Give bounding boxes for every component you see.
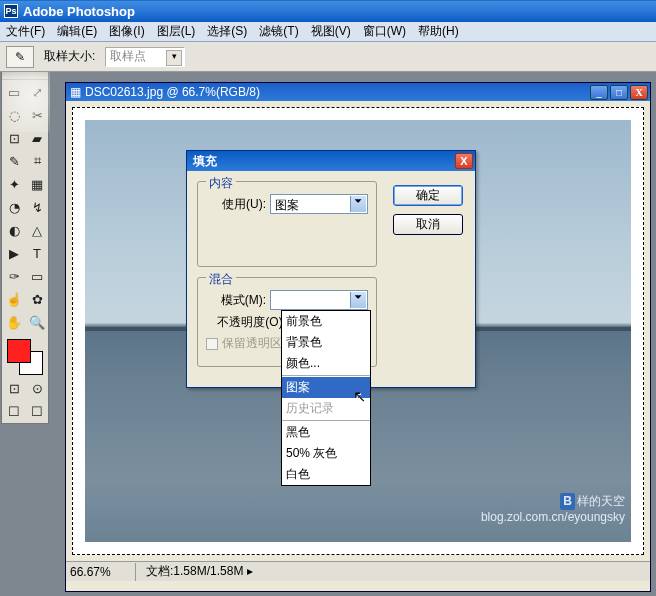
tool-shape[interactable]: ▭ [26, 265, 48, 287]
menu-file[interactable]: 文件(F) [0, 21, 51, 42]
watermark: B样的天空 blog.zol.com.cn/eyoungsky [481, 493, 625, 524]
doc-close-button[interactable]: X [630, 85, 648, 100]
options-bar: ✎ 取样大小: 取样点 [0, 42, 656, 72]
menu-filter[interactable]: 滤镜(T) [253, 21, 304, 42]
separator [282, 420, 370, 421]
foreground-color-swatch[interactable] [7, 339, 31, 363]
tool-gradient[interactable]: ↯ [26, 196, 48, 218]
content-legend: 内容 [206, 175, 236, 192]
tool-slice[interactable]: ▰ [26, 127, 48, 149]
eyedropper-icon[interactable]: ✎ [6, 46, 34, 68]
tool-heal[interactable]: ✎ [3, 150, 25, 172]
tool-marquee[interactable]: ▭ [3, 81, 25, 103]
preserve-checkbox[interactable] [206, 338, 218, 350]
mode-dropdown[interactable] [270, 290, 368, 310]
tool-hand[interactable]: ✋ [3, 311, 25, 333]
tool-lasso[interactable]: ◌ [3, 104, 25, 126]
opacity-label: 不透明度(O): [206, 314, 286, 331]
menu-layer[interactable]: 图层(L) [151, 21, 202, 42]
dialog-close-button[interactable]: X [455, 153, 473, 169]
ok-button[interactable]: 确定 [393, 185, 463, 206]
doc-stat-flyout-icon[interactable]: ▸ [247, 564, 253, 578]
tool-eyedropper[interactable]: ✿ [26, 288, 48, 310]
app-title: Adobe Photoshop [23, 4, 135, 19]
use-label: 使用(U): [206, 196, 266, 213]
menu-select[interactable]: 选择(S) [201, 21, 253, 42]
document-statusbar: 66.67% 文档:1.58M/1.58M ▸ [66, 561, 650, 581]
doc-maximize-button[interactable]: □ [610, 85, 628, 100]
sample-size-select[interactable]: 取样点 [105, 47, 185, 67]
menu-help[interactable]: 帮助(H) [412, 21, 465, 42]
app-icon: Ps [4, 4, 18, 18]
toolbox-header [2, 72, 48, 80]
opt-white[interactable]: 白色 [282, 464, 370, 485]
opt-history[interactable]: 历史记录 [282, 398, 370, 419]
tool-path[interactable]: ▶ [3, 242, 25, 264]
document-title: DSC02613.jpg @ 66.7%(RGB/8) [85, 85, 260, 99]
toolbox: ▭ ⤢ ◌ ✂ ⊡ ▰ ✎ ⌗ ✦ ▦ ◔ ↯ ◐ △ ▶ T ✑ ▭ ☝ ✿ … [1, 72, 49, 424]
tool-quickmask[interactable]: ⊡ [3, 377, 25, 399]
use-dropdown[interactable]: 图案 [270, 194, 368, 214]
opt-background[interactable]: 背景色 [282, 332, 370, 353]
tool-full-window[interactable]: ☐ [26, 400, 48, 422]
mode-label: 模式(M): [206, 292, 266, 309]
opt-pattern[interactable]: 图案 [282, 377, 370, 398]
use-dropdown-list: 前景色 背景色 颜色... 图案 历史记录 黑色 50% 灰色 白色 [281, 310, 371, 486]
tool-move[interactable]: ⤢ [26, 81, 48, 103]
color-swatches [2, 336, 48, 376]
tool-history-brush[interactable]: ▦ [26, 173, 48, 195]
menu-view[interactable]: 视图(V) [305, 21, 357, 42]
document-icon: ▦ [70, 85, 81, 99]
tool-stamp[interactable]: ✦ [3, 173, 25, 195]
separator [282, 375, 370, 376]
menu-edit[interactable]: 编辑(E) [51, 21, 103, 42]
doc-stat-label: 文档: [146, 564, 173, 578]
tool-brush[interactable]: ⌗ [26, 150, 48, 172]
doc-minimize-button[interactable]: _ [590, 85, 608, 100]
document-titlebar[interactable]: ▦ DSC02613.jpg @ 66.7%(RGB/8) _ □ X [66, 83, 650, 101]
dialog-titlebar[interactable]: 填充 X [187, 151, 475, 171]
opt-foreground[interactable]: 前景色 [282, 311, 370, 332]
tool-eraser[interactable]: ◔ [3, 196, 25, 218]
tool-crop[interactable]: ⊡ [3, 127, 25, 149]
blend-legend: 混合 [206, 271, 236, 288]
menu-image[interactable]: 图像(I) [103, 21, 150, 42]
tool-blur[interactable]: ◐ [3, 219, 25, 241]
content-fieldset: 内容 使用(U): 图案 [197, 181, 377, 267]
tool-screen-mode[interactable]: ⊙ [26, 377, 48, 399]
tool-std-window[interactable]: ☐ [3, 400, 25, 422]
workspace: ▭ ⤢ ◌ ✂ ⊡ ▰ ✎ ⌗ ✦ ▦ ◔ ↯ ◐ △ ▶ T ✑ ▭ ☝ ✿ … [0, 72, 656, 596]
zoom-field[interactable]: 66.67% [66, 563, 136, 581]
app-titlebar: Ps Adobe Photoshop [0, 0, 656, 22]
preserve-label: 保留透明区 [222, 335, 282, 352]
menu-window[interactable]: 窗口(W) [357, 21, 412, 42]
menu-bar: 文件(F) 编辑(E) 图像(I) 图层(L) 选择(S) 滤镜(T) 视图(V… [0, 22, 656, 42]
dialog-title: 填充 [193, 153, 217, 170]
sample-size-label: 取样大小: [44, 48, 95, 65]
doc-stat-value: 1.58M/1.58M [173, 564, 243, 578]
opt-black[interactable]: 黑色 [282, 422, 370, 443]
tool-type[interactable]: T [26, 242, 48, 264]
tool-zoom[interactable]: 🔍 [26, 311, 48, 333]
opt-gray[interactable]: 50% 灰色 [282, 443, 370, 464]
opt-color[interactable]: 颜色... [282, 353, 370, 374]
tool-notes[interactable]: ☝ [3, 288, 25, 310]
tool-pen[interactable]: ✑ [3, 265, 25, 287]
tool-wand[interactable]: ✂ [26, 104, 48, 126]
cancel-button[interactable]: 取消 [393, 214, 463, 235]
tool-dodge[interactable]: △ [26, 219, 48, 241]
